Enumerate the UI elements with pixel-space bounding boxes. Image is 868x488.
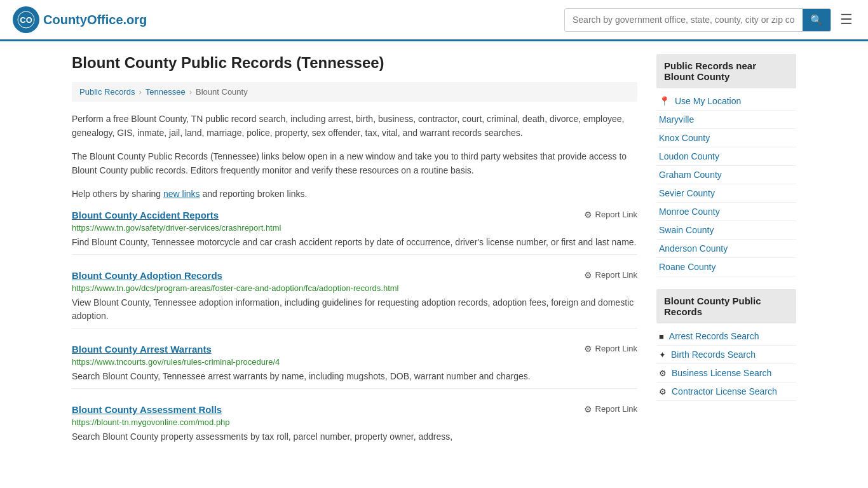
sidebar-nearby-link-1[interactable]: Knox County — [659, 133, 710, 143]
hamburger-button[interactable]: ☰ — [837, 9, 855, 30]
record-header-1: Blount County Adoption Records ⚙ Report … — [72, 270, 637, 281]
search-bar: 🔍 — [564, 8, 831, 32]
record-title-2[interactable]: Blount County Arrest Warrants — [72, 344, 212, 355]
sidebar-nearby-link-0[interactable]: Maryville — [659, 114, 694, 125]
report-icon-2: ⚙ — [584, 344, 592, 354]
sidebar-nearby-link-6[interactable]: Swain County — [659, 225, 714, 235]
sidebar-nearby-header: Public Records near Blount County — [656, 54, 796, 88]
sidebar-record-item: ⚙ Business License Search — [656, 364, 796, 383]
sidebar-nearby-item: Knox County — [656, 129, 796, 147]
report-icon-0: ⚙ — [584, 210, 592, 220]
logo-icon: CO — [13, 6, 39, 33]
report-link-0[interactable]: ⚙ Report Link — [584, 210, 637, 220]
description-3: Help others by sharing new links and rep… — [72, 187, 637, 201]
record-item: Blount County Assessment Rolls ⚙ Report … — [72, 404, 637, 449]
breadcrumb-tennessee[interactable]: Tennessee — [146, 87, 186, 97]
sidebar-nearby-item: Sevier County — [656, 184, 796, 203]
sidebar-record-link-2[interactable]: Business License Search — [672, 368, 771, 378]
sidebar-nearby-link-5[interactable]: Monroe County — [659, 207, 720, 217]
search-input[interactable] — [565, 10, 803, 30]
header-right: 🔍 ☰ — [564, 8, 855, 32]
record-desc-2: Search Blount County, Tennessee arrest w… — [72, 370, 637, 383]
report-link-2[interactable]: ⚙ Report Link — [584, 344, 637, 354]
sidebar-records-header: Blount County Public Records — [656, 289, 796, 323]
records-list: Blount County Accident Reports ⚙ Report … — [72, 210, 637, 449]
sidebar-nearby-link-4[interactable]: Sevier County — [659, 188, 715, 198]
sidebar-nearby-item: Anderson County — [656, 240, 796, 258]
main-container: Blount County Public Records (Tennessee)… — [53, 41, 815, 477]
report-link-1[interactable]: ⚙ Report Link — [584, 270, 637, 280]
search-button[interactable]: 🔍 — [803, 9, 831, 31]
sidebar-nearby-link-8[interactable]: Roane County — [659, 262, 716, 272]
breadcrumb: Public Records › Tennessee › Blount Coun… — [72, 82, 637, 102]
record-header-0: Blount County Accident Reports ⚙ Report … — [72, 210, 637, 220]
sidebar-nearby-link-2[interactable]: Loudon County — [659, 151, 719, 161]
sidebar-nearby-item: Swain County — [656, 221, 796, 240]
sidebar-nearby-item: Loudon County — [656, 147, 796, 166]
logo-text: CountyOffice.org — [43, 13, 147, 27]
record-header-2: Blount County Arrest Warrants ⚙ Report L… — [72, 344, 637, 355]
record-url-0[interactable]: https://www.tn.gov/safety/driver-service… — [72, 223, 637, 233]
record-title-0[interactable]: Blount County Accident Reports — [72, 210, 219, 220]
sidebar-record-link-3[interactable]: Contractor License Search — [672, 386, 777, 396]
sidebar-nearby-item: Graham County — [656, 166, 796, 184]
hamburger-icon: ☰ — [840, 11, 853, 27]
record-url-2[interactable]: https://www.tncourts.gov/rules/rules-cri… — [72, 357, 637, 367]
record-desc-0: Find Blount County, Tennessee motorcycle… — [72, 236, 637, 249]
description-1: Perform a free Blount County, TN public … — [72, 112, 637, 140]
logo-area: CO CountyOffice.org — [13, 6, 147, 33]
record-desc-1: View Blount County, Tennessee adoption i… — [72, 296, 637, 323]
search-icon: 🔍 — [810, 15, 823, 25]
sidebar-record-link-0[interactable]: Arrest Records Search — [669, 331, 759, 341]
record-item: Blount County Arrest Warrants ⚙ Report L… — [72, 344, 637, 389]
breadcrumb-blount-county: Blount County — [196, 87, 248, 97]
sidebar-records-section: Blount County Public Records ■ Arrest Re… — [656, 289, 796, 401]
location-icon: 📍 — [659, 96, 670, 106]
page-title: Blount County Public Records (Tennessee) — [72, 54, 637, 72]
record-item: Blount County Accident Reports ⚙ Report … — [72, 210, 637, 255]
record-title-3[interactable]: Blount County Assessment Rolls — [72, 404, 222, 415]
record-item: Blount County Adoption Records ⚙ Report … — [72, 270, 637, 329]
sidebar-nearby-item: Maryville — [656, 111, 796, 129]
record-desc-3: Search Blount County property assessment… — [72, 430, 637, 444]
svg-text:CO: CO — [20, 15, 32, 25]
sidebar-record-item: ■ Arrest Records Search — [656, 327, 796, 346]
sidebar-nearby-item: Monroe County — [656, 203, 796, 221]
sidebar: Public Records near Blount County 📍 Use … — [656, 54, 796, 464]
sidebar-use-location[interactable]: 📍 Use My Location — [656, 92, 796, 111]
sidebar-records-items: ■ Arrest Records Search ✦ Birth Records … — [656, 327, 796, 401]
sidebar-record-item: ⚙ Contractor License Search — [656, 383, 796, 401]
sidebar-record-link-1[interactable]: Birth Records Search — [671, 349, 756, 360]
breadcrumb-public-records[interactable]: Public Records — [79, 87, 135, 97]
record-header-3: Blount County Assessment Rolls ⚙ Report … — [72, 404, 637, 415]
sidebar-record-icon-1: ✦ — [659, 350, 666, 360]
record-url-3[interactable]: https://blount-tn.mygovonline.com/mod.ph… — [72, 417, 637, 427]
sidebar-record-icon-2: ⚙ — [659, 369, 667, 378]
new-links-link[interactable]: new links — [163, 189, 200, 199]
record-url-1[interactable]: https://www.tn.gov/dcs/program-areas/fos… — [72, 283, 637, 293]
content-area: Blount County Public Records (Tennessee)… — [72, 54, 637, 464]
sidebar-nearby-item: Roane County — [656, 258, 796, 276]
sidebar-nearby-link-3[interactable]: Graham County — [659, 170, 722, 180]
report-link-3[interactable]: ⚙ Report Link — [584, 404, 637, 414]
use-my-location-link[interactable]: Use My Location — [675, 96, 741, 106]
sidebar-record-icon-0: ■ — [659, 332, 664, 341]
sidebar-nearby-section: Public Records near Blount County 📍 Use … — [656, 54, 796, 276]
sidebar-record-icon-3: ⚙ — [659, 387, 667, 396]
sidebar-record-item: ✦ Birth Records Search — [656, 346, 796, 364]
report-icon-3: ⚙ — [584, 404, 592, 414]
record-title-1[interactable]: Blount County Adoption Records — [72, 270, 222, 281]
sidebar-nearby-link-7[interactable]: Anderson County — [659, 243, 728, 254]
site-header: CO CountyOffice.org 🔍 ☰ — [0, 0, 868, 41]
report-icon-1: ⚙ — [584, 270, 592, 280]
description-2: The Blount County Public Records (Tennes… — [72, 149, 637, 178]
sidebar-nearby-items: MaryvilleKnox CountyLoudon CountyGraham … — [656, 111, 796, 276]
